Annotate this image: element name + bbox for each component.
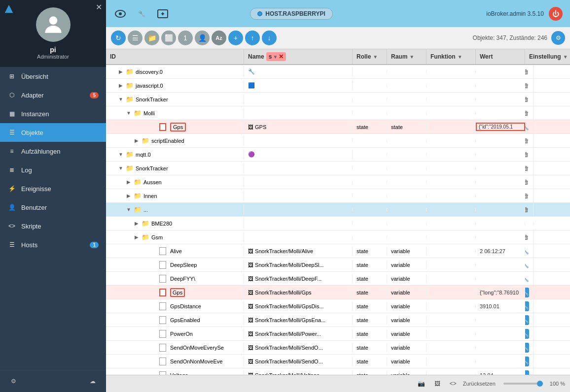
bottombar: 📷 🖼 <> Zurücksetzen 100 %	[106, 375, 570, 392]
name-icon: 🖼	[248, 124, 253, 130]
expand-icon[interactable]: ▶	[118, 69, 124, 75]
folder-button[interactable]: 📁	[144, 31, 159, 45]
trash-icon[interactable]: 🗑	[525, 163, 529, 173]
expand-icon[interactable]: ▼	[126, 110, 132, 116]
expand-icon[interactable]: ▼	[118, 97, 124, 102]
row-id-text: Gps	[170, 288, 185, 297]
upload-button[interactable]: ↑	[245, 31, 260, 45]
cloud-icon[interactable]: ☁	[87, 375, 99, 387]
expand-icon[interactable]: ▼	[118, 165, 124, 171]
settings-icon[interactable]: 🔧	[525, 329, 529, 339]
camera-bottom-icon[interactable]: 📷	[416, 378, 428, 390]
td-name: 🟣	[244, 150, 353, 159]
settings-icon[interactable]: 🔧	[525, 370, 529, 375]
zoom-thumb[interactable]	[537, 381, 543, 387]
expand-icon[interactable]: ▶	[126, 179, 132, 185]
wrench-icon[interactable]: 🔧	[135, 7, 148, 21]
download-button[interactable]: ↓	[262, 31, 277, 45]
expand-icon[interactable]: ▶	[134, 221, 140, 227]
expand-icon[interactable]: ▶	[126, 193, 132, 199]
funktion-sort-icon[interactable]: ▼	[458, 54, 463, 60]
row-id-text: mqtt.0	[136, 152, 151, 158]
camera-button[interactable]: ⬜	[161, 31, 176, 45]
settings-icon[interactable]: 🔧	[525, 260, 529, 270]
row-id-text: PowerOn	[170, 331, 193, 337]
sidebar-logo	[4, 4, 14, 15]
settings-icon[interactable]: 🔧	[525, 274, 529, 284]
sidebar-item-instanzen[interactable]: ▦ Instanzen	[0, 104, 106, 123]
settings-icon[interactable]: ⚙	[7, 375, 19, 387]
trash-icon[interactable]: 🗑	[525, 108, 529, 118]
settings-icon[interactable]: 🔧	[525, 246, 529, 256]
td-name: 🖼 SnorkTracker/Molli/GpsEna...	[244, 316, 353, 325]
expand-icon[interactable]: ▶	[118, 83, 124, 89]
trash-icon[interactable]: 🗑	[525, 177, 529, 187]
sidebar-item-hosts[interactable]: ☰ Hosts 1	[0, 235, 106, 254]
row-id-text: discovery.0	[136, 69, 163, 75]
name-icon: 🖼	[248, 317, 253, 323]
trash-icon[interactable]: 🗑	[525, 191, 529, 201]
settings-icon[interactable]: 🔧	[525, 357, 529, 366]
sidebar-item-adapter[interactable]: ⬡ Adapter 5	[0, 86, 106, 104]
sidebar-item-ereignisse[interactable]: ⚡ Ereignisse	[0, 179, 106, 198]
sidebar-item-skripte[interactable]: <> Skripte	[0, 217, 106, 235]
td-actions: 🗑	[525, 93, 534, 106]
settings-icon[interactable]: 🔧	[525, 343, 529, 353]
toolbar-left: ↻ ☰ 📁 ⬜ 1 👤 Az + ↑ ↓	[111, 31, 277, 45]
table-row: ▶ 📁 javascript.0 🟦 🗑	[106, 79, 570, 93]
td-actions: 🗑	[525, 231, 534, 244]
user-button[interactable]: 👤	[195, 31, 210, 45]
settings-icon[interactable]: 🔧	[525, 315, 529, 325]
raum-sort-icon[interactable]: ▼	[409, 54, 414, 60]
name-filter[interactable]: s ▼ ✕	[266, 52, 286, 61]
folder-icon: 📁	[142, 137, 149, 144]
close-icon[interactable]: ✕	[96, 2, 102, 12]
einstellung-sort-icon[interactable]: ▼	[563, 54, 568, 60]
trash-icon[interactable]: 🗑	[525, 150, 529, 160]
td-wert	[476, 98, 525, 101]
zoom-slider[interactable]	[503, 383, 543, 385]
trash-icon[interactable]: 🗑	[525, 205, 529, 215]
refresh-button[interactable]: ↻	[111, 31, 126, 45]
az-button[interactable]: Az	[212, 31, 226, 45]
host-status-dot	[257, 11, 262, 16]
toolbar-settings-icon[interactable]: ⚙	[551, 31, 565, 45]
trash-icon[interactable]: 🗑	[525, 136, 529, 146]
name-icon: 🖼	[248, 248, 253, 254]
sort-icon[interactable]: ▼	[273, 54, 278, 60]
host-pill[interactable]: HOST.RASPBERRYPI	[250, 8, 333, 20]
sidebar-item-uebersicht[interactable]: ⊞ Übersicht	[0, 67, 106, 86]
settings-icon[interactable]: 🔧	[525, 288, 529, 297]
settings-icon[interactable]: 🔧	[525, 301, 529, 311]
sidebar-item-benutzer[interactable]: 👤 Benutzer	[0, 198, 106, 217]
expand-icon[interactable]: ▼	[118, 152, 124, 158]
export-icon[interactable]	[156, 7, 170, 21]
rolle-sort-icon[interactable]: ▼	[373, 54, 378, 60]
power-button[interactable]: ⏻	[549, 7, 563, 21]
folder-icon: 📁	[126, 164, 134, 172]
settings-icon[interactable]: 🔧	[525, 122, 529, 132]
sidebar-item-objekte[interactable]: ☰ Objekte	[0, 123, 106, 142]
th-funktion: Funktion ▼	[427, 49, 476, 64]
trash-icon[interactable]: 🗑	[525, 232, 529, 242]
image-bottom-icon[interactable]: 🖼	[431, 378, 443, 390]
trash-icon[interactable]: 🗑	[525, 81, 529, 91]
td-funktion	[427, 346, 476, 349]
code-bottom-icon[interactable]: <>	[447, 378, 459, 390]
sidebar-item-log[interactable]: ≣ Log	[0, 161, 106, 179]
id-button[interactable]: 1	[178, 31, 193, 45]
expand-icon[interactable]: ▼	[126, 207, 132, 213]
filter-clear-icon[interactable]: ✕	[279, 53, 284, 60]
trash-icon[interactable]: 🗑	[525, 67, 529, 77]
expand-icon[interactable]: ▶	[134, 234, 140, 240]
zoom-track[interactable]	[503, 383, 543, 385]
add-button[interactable]: +	[228, 31, 243, 45]
td-raum	[387, 167, 427, 170]
sidebar-item-aufzaehlungen[interactable]: ≡ Aufzählungen	[0, 142, 106, 161]
file-icon	[159, 123, 166, 131]
list-view-button[interactable]: ☰	[128, 31, 142, 45]
td-wert	[476, 263, 525, 266]
trash-icon[interactable]: 🗑	[525, 95, 529, 104]
expand-icon[interactable]: ▶	[134, 138, 140, 144]
eye-icon[interactable]	[113, 7, 127, 21]
